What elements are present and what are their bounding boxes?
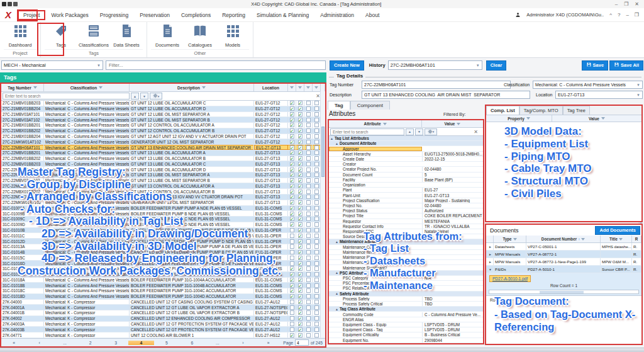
attribute-row[interactable]: PlantEU1-27 [329, 188, 483, 193]
collapse-icon[interactable]: ▲ [330, 137, 333, 140]
tag-row[interactable]: 27K-04003BMechanical: K - CompressorCANC… [1, 327, 325, 332]
check-2d[interactable] [298, 300, 303, 304]
check-1d[interactable] [290, 305, 294, 310]
check-1d[interactable] [290, 212, 294, 216]
check-2d[interactable] [298, 190, 303, 194]
check-3d[interactable] [306, 327, 311, 332]
check-2d[interactable] [298, 322, 303, 326]
check-4d[interactable] [314, 294, 319, 298]
check-4d[interactable] [314, 184, 319, 188]
attribute-row[interactable]: Approver [329, 146, 483, 151]
minimize-icon[interactable]: – [626, 12, 628, 18]
check-2d[interactable] [298, 310, 303, 315]
check-3d[interactable] [306, 150, 311, 155]
menu-item-progressing[interactable]: Progressing [94, 10, 134, 20]
check-4d[interactable] [314, 150, 319, 155]
clear-button[interactable]: Clear [486, 60, 507, 71]
check-1d[interactable] [290, 272, 294, 276]
check-1d[interactable] [290, 266, 294, 271]
check-2d[interactable] [298, 239, 303, 244]
check-3d[interactable] [306, 244, 311, 249]
ribbon-button-documents[interactable]: Documents [151, 23, 184, 48]
check-3d[interactable] [306, 190, 311, 194]
filter-icon[interactable] [513, 238, 517, 241]
tag-row[interactable]: 27K-04771Mechanical: K - CompressorUNIT … [1, 332, 325, 338]
help-icon[interactable]: ? [618, 12, 620, 18]
column-header-location[interactable]: Location [254, 84, 288, 91]
filter-icon[interactable] [619, 238, 623, 241]
pager-item-3[interactable]: 3 [103, 341, 128, 345]
attribute-row[interactable]: Equipment CriticalityB - Business Critic… [329, 332, 483, 338]
check-1d[interactable] [290, 206, 294, 210]
close-search-icon[interactable]: ✕ [316, 93, 320, 99]
check-2d[interactable] [298, 200, 303, 205]
column-header-value[interactable]: Value [552, 115, 641, 122]
check-3d[interactable] [306, 266, 311, 271]
check-3d[interactable] [306, 167, 311, 172]
check-2d[interactable] [298, 266, 303, 271]
check-3d[interactable] [306, 134, 311, 139]
tag-number-field[interactable] [362, 81, 511, 89]
check-1d[interactable] [290, 244, 294, 249]
check-3d[interactable] [306, 272, 311, 276]
check-4d[interactable] [314, 278, 319, 282]
ribbon-button-dashboard[interactable]: Dashboard [4, 23, 36, 48]
tag-row[interactable]: 27C-21MBV01BB203Mechanical: C - Columns … [1, 101, 325, 106]
attribute-row[interactable]: Requestor Contact InfoTR - IGNACIO VILLA… [329, 224, 483, 229]
check-3d[interactable] [306, 316, 311, 321]
filter-icon[interactable] [202, 86, 206, 89]
check-1d[interactable] [290, 178, 294, 183]
attribute-row[interactable]: RequestorMESTEFANIA [329, 219, 483, 224]
check-1d[interactable] [290, 123, 294, 127]
filter-icon[interactable] [581, 238, 585, 241]
menu-item-about[interactable]: About [360, 10, 385, 20]
check-2d[interactable] [298, 256, 303, 260]
check-1d[interactable] [290, 310, 294, 315]
check-3d[interactable] [306, 128, 311, 133]
check-2d[interactable] [298, 123, 303, 127]
tag-row[interactable]: 27K-04001AMechanical: K - CompressorCANC… [1, 305, 325, 310]
check-3d[interactable] [306, 234, 311, 238]
check-4d[interactable] [314, 228, 319, 232]
attribute-group-row[interactable]: ▲Tag List Attributes [329, 136, 483, 141]
search-next-button[interactable]: ▼ [415, 128, 423, 135]
collapse-icon[interactable]: ▲ [335, 240, 338, 244]
menu-item-preservation[interactable]: Preservation [134, 10, 175, 20]
column-header-property[interactable]: Property [486, 115, 552, 122]
check-3d[interactable] [306, 222, 311, 227]
check-2d[interactable] [298, 195, 303, 199]
column-header-classification[interactable]: Classification [44, 84, 130, 91]
page-input[interactable] [295, 339, 309, 346]
description-field[interactable] [362, 91, 530, 99]
pager-item-6[interactable]: 6 [179, 341, 204, 345]
tab-tag-tree[interactable]: Tag Tree [563, 106, 590, 115]
check-4d[interactable] [314, 195, 319, 199]
check-4d[interactable] [314, 118, 319, 122]
ribbon-button-tags[interactable]: Tags [45, 23, 77, 48]
check-1d[interactable] [290, 322, 294, 326]
check-3d[interactable] [306, 333, 311, 338]
check-1d[interactable] [290, 278, 294, 282]
check-4d[interactable] [314, 310, 319, 315]
check-2d[interactable] [298, 327, 303, 332]
attribute-row[interactable]: Plant-UnitEU1-27-GT13 [329, 193, 483, 198]
tag-row[interactable]: 27C-21MBV03AT102Mechanical: C - Columns … [1, 117, 325, 123]
save-all-button[interactable]: Save All [609, 60, 643, 71]
ribbon-button-models[interactable]: Models [216, 23, 249, 48]
check-4d[interactable] [314, 167, 319, 172]
filter-icon[interactable] [383, 123, 387, 125]
pager-item-[interactable]: ... [205, 341, 230, 345]
column-header-1d-filter[interactable] [288, 84, 296, 91]
check-2d[interactable] [298, 294, 303, 298]
tags-vertical-scrollbar[interactable] [320, 91, 325, 338]
attribute-row[interactable]: Process Safety CriticalTBD [329, 302, 483, 307]
save-button[interactable]: Save [582, 60, 609, 71]
check-2d[interactable] [298, 228, 303, 232]
pager-item-4[interactable]: 4 [128, 341, 153, 345]
check-3d[interactable] [306, 217, 311, 221]
check-2d[interactable] [298, 305, 303, 310]
check-1d[interactable] [290, 167, 294, 172]
tag-row[interactable]: 27C-22MBV01BB202Mechanical: C - Columns … [1, 156, 325, 162]
check-3d[interactable] [306, 239, 311, 244]
check-1d[interactable] [290, 327, 294, 332]
